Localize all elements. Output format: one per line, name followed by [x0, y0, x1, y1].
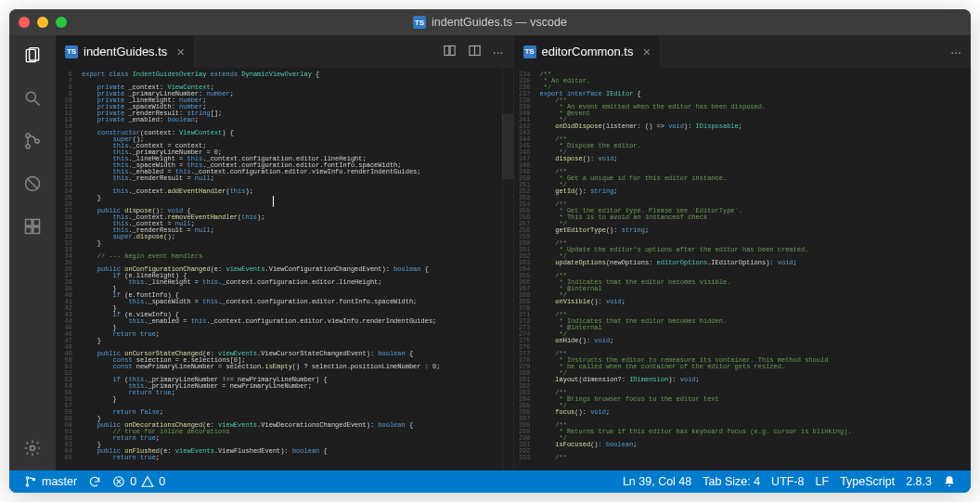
editor-area: TS indentGuides.ts × ··· 6 7 8 9 10 11 1… — [56, 35, 971, 470]
svg-point-4 — [26, 134, 30, 137]
search-icon[interactable] — [21, 87, 44, 109]
svg-line-8 — [27, 178, 38, 189]
tab-actions-right: ··· — [941, 35, 971, 68]
tab-bar-left: TS indentGuides.ts × ··· — [56, 35, 513, 68]
activity-bar — [9, 35, 56, 470]
ts-file-icon: TS — [65, 45, 78, 58]
zoom-window-button[interactable] — [56, 17, 67, 28]
tab-bar-right: TS editorCommon.ts × ··· — [514, 35, 972, 68]
branch-name: master — [42, 475, 77, 488]
svg-line-3 — [35, 101, 40, 106]
debug-icon[interactable] — [21, 173, 44, 195]
svg-rect-15 — [450, 45, 455, 55]
main-area: TS indentGuides.ts × ··· 6 7 8 9 10 11 1… — [9, 35, 971, 470]
code-editor-left[interactable]: 6 7 8 9 10 11 12 13 14 15 16 17 18 19 20… — [56, 68, 513, 470]
svg-point-2 — [26, 92, 35, 101]
svg-point-19 — [26, 484, 28, 486]
svg-rect-11 — [26, 227, 32, 234]
close-window-button[interactable] — [19, 17, 30, 28]
vscode-window: TS indentGuides.ts — vscode — [9, 9, 971, 493]
close-icon[interactable]: × — [176, 44, 185, 59]
svg-rect-10 — [33, 220, 40, 226]
tab-size[interactable]: Tab Size: 4 — [697, 475, 766, 488]
tab-label: editorCommon.ts — [542, 45, 634, 58]
svg-rect-14 — [445, 45, 449, 55]
window-title: TS indentGuides.ts — vscode — [413, 16, 567, 29]
settings-icon[interactable] — [21, 437, 44, 459]
ts-file-icon: TS — [523, 45, 536, 58]
code-editor-right[interactable]: 234 235 236 237 238 239 240 241 242 243 … — [514, 68, 972, 470]
ts-version[interactable]: 2.8.3 — [900, 475, 937, 488]
line-number-gutter: 234 235 236 237 238 239 240 241 242 243 … — [514, 68, 535, 470]
diff-icon[interactable] — [443, 44, 457, 60]
minimap[interactable] — [502, 68, 513, 470]
close-icon[interactable]: × — [642, 44, 651, 59]
svg-point-5 — [26, 145, 30, 148]
encoding[interactable]: UTF-8 — [766, 475, 809, 488]
eol[interactable]: LF — [810, 475, 835, 488]
language-mode[interactable]: TypeScript — [834, 475, 900, 488]
minimap-viewport[interactable] — [502, 114, 513, 179]
tab-indentguides[interactable]: TS indentGuides.ts × — [56, 35, 195, 68]
extensions-icon[interactable] — [21, 215, 44, 238]
minimize-window-button[interactable] — [37, 17, 48, 28]
window-controls — [19, 17, 67, 28]
notifications-icon[interactable] — [937, 475, 961, 488]
more-icon[interactable]: ··· — [950, 45, 961, 59]
tab-label: indentGuides.ts — [84, 45, 167, 58]
explorer-icon[interactable] — [21, 45, 44, 67]
svg-point-18 — [26, 477, 28, 479]
branch-indicator[interactable]: master — [19, 470, 83, 493]
svg-rect-12 — [33, 227, 40, 234]
titlebar: TS indentGuides.ts — vscode — [9, 9, 971, 35]
source-control-icon[interactable] — [21, 130, 44, 152]
more-icon[interactable]: ··· — [493, 45, 504, 59]
tab-actions-left: ··· — [433, 35, 513, 68]
status-bar: master 0 0 Ln 39, Col 48 Tab Size: 4 UTF… — [9, 470, 971, 493]
code-content[interactable]: export class IndentGuidesOverlay extends… — [76, 68, 513, 470]
editor-pane-right: TS editorCommon.ts × ··· 234 235 236 237… — [514, 35, 972, 470]
code-content[interactable]: /** * An editor. */ export interface IEd… — [535, 68, 972, 470]
tab-editorcommon[interactable]: TS editorCommon.ts × — [514, 35, 662, 68]
cursor-position[interactable]: Ln 39, Col 48 — [617, 475, 697, 488]
window-title-text: indentGuides.ts — vscode — [432, 16, 567, 29]
error-count: 0 — [130, 475, 136, 488]
svg-point-13 — [31, 446, 35, 451]
line-number-gutter: 6 7 8 9 10 11 12 13 14 15 16 17 18 19 20… — [56, 68, 76, 470]
sync-button[interactable] — [83, 470, 107, 493]
problems-indicator[interactable]: 0 0 — [107, 470, 171, 493]
split-editor-icon[interactable] — [468, 44, 482, 60]
warning-count: 0 — [159, 475, 165, 488]
text-cursor — [273, 196, 274, 207]
editor-pane-left: TS indentGuides.ts × ··· 6 7 8 9 10 11 1… — [56, 35, 514, 470]
ts-file-icon: TS — [413, 16, 426, 29]
svg-rect-9 — [26, 220, 32, 226]
